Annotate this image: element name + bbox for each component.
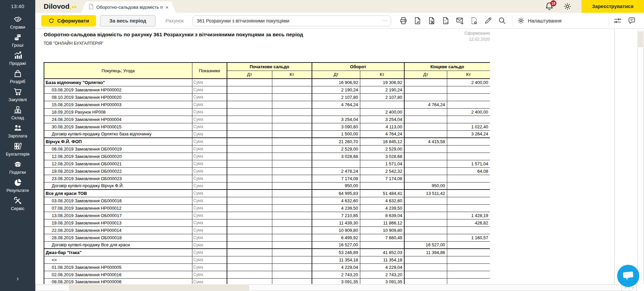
table-row[interactable]: 12.08.2019 Замовлення ОБ000020Сума3 028,… <box>44 153 490 160</box>
horizontal-scrollbar-thumb[interactable] <box>69 285 249 290</box>
table-row[interactable]: 30.08.2019 Замовлення НР000015Сума3 090,… <box>44 123 490 130</box>
table-row[interactable]: 08.10.2019 Замовлення НР000020Сума2 107,… <box>44 93 490 101</box>
table-row[interactable]: 03.08.2019 Замовлення ОБ000016Сума4 632,… <box>44 197 490 204</box>
table-row[interactable]: 18.09.2019 Рахунок НР008Сума2 400,002 40… <box>44 108 490 116</box>
cart-icon <box>13 87 22 96</box>
table-row[interactable]: 15.08.2019 Замовлення НР000003Сума4 764,… <box>44 101 490 108</box>
table-row[interactable]: 24.08.2019 Замовлення НР000004Сума3 254,… <box>44 116 490 123</box>
period-button[interactable]: За весь період <box>100 15 155 27</box>
col-header-dt: Дт <box>404 71 447 79</box>
sidebar-item-zarplata[interactable]: Зарплата <box>0 124 35 138</box>
sidebar-item-rozdrib[interactable]: Роздріб <box>0 69 35 84</box>
sidebar-item-spravy[interactable]: Справи <box>0 15 35 30</box>
row-measure: Сума <box>192 123 227 130</box>
clock: 13:40 <box>0 0 35 9</box>
table-row[interactable]: 12.08.2019 Замовлення ОБ000021Сума1 571,… <box>44 160 490 167</box>
table-row[interactable]: 23.08.2019 Замовлення ОБ000023Сума7 174,… <box>44 175 490 182</box>
row-value <box>447 182 490 190</box>
row-entity: 28.08.2019 Замовлення ОБ000018 <box>44 234 192 241</box>
search-icon[interactable] <box>498 16 506 25</box>
tab-turnover-statement[interactable]: Оборотно-сальдова відомість п × <box>81 1 176 13</box>
row-value <box>227 123 272 130</box>
table-row[interactable]: 07.08.2019 Замовлення НР000012Сума4 239,… <box>44 204 490 212</box>
table-row[interactable]: Договір купівлі-продажу Орлятко база від… <box>44 130 490 138</box>
table-row[interactable]: <>Сума11 354,1811 354,18 <box>44 256 490 263</box>
row-entity: 12.08.2019 Замовлення ОБ000021 <box>44 160 192 167</box>
table-row[interactable]: 01.08.2019 Замовлення НР000005Сума4 229,… <box>44 263 490 271</box>
sidebar-item-hroshi[interactable]: Гроші <box>0 33 35 48</box>
table-row[interactable]: Договір купівлі-продажу Вірчук Ф.Й.Сума9… <box>44 182 490 190</box>
table-row[interactable]: 06.08.2019 Замовлення ОБ000019Сума2 529,… <box>44 145 490 153</box>
row-entity: База відпочинку "Орлятко" <box>44 79 192 86</box>
sidebar-item-prodazhi[interactable]: Продажі <box>0 51 35 66</box>
sidebar-item-label: Справи <box>10 25 25 30</box>
row-value <box>272 130 312 138</box>
table-row[interactable]: 28.08.2019 Замовлення ОБ000018Сума6 499,… <box>44 234 490 241</box>
table-row[interactable]: База відпочинку "Орлятко"Сума16 906,9219… <box>44 79 490 86</box>
register-button[interactable]: Зареєструватися <box>582 0 644 13</box>
live-chat-button[interactable] <box>617 265 639 287</box>
row-value: 10 909,80 <box>312 226 360 234</box>
vertical-scrollbar-thumb[interactable] <box>638 32 643 47</box>
row-value <box>227 234 272 241</box>
sidebar-item-rezultaty[interactable]: Результати <box>0 178 35 193</box>
notifications-badge: 19 <box>550 0 556 6</box>
export-csv-icon[interactable]: csv <box>442 16 450 25</box>
row-value: 4 239,50 <box>360 204 404 212</box>
table-row[interactable]: 13.08.2019 Замовлення ОБ000017Сума7 210,… <box>44 212 490 219</box>
print-icon[interactable] <box>399 16 408 25</box>
settings-label: Налаштування <box>528 18 561 24</box>
table-row[interactable]: Договір купівлі-продажу Все для красиСум… <box>44 241 490 249</box>
row-value: 4 415,58 <box>404 138 447 145</box>
row-value <box>447 271 490 278</box>
tab-title: Оборотно-сальдова відомість п <box>96 5 163 10</box>
tab-close-icon[interactable]: × <box>166 4 169 10</box>
export-pdf-icon[interactable] <box>413 16 422 25</box>
table-row[interactable]: 19.08.2019 Замовлення ОБ000022Сума2 478,… <box>44 167 490 175</box>
table-row[interactable]: 22.08.2019 Замовлення НР000014Сума10 909… <box>44 226 490 234</box>
row-value <box>447 204 490 212</box>
account-settings-gear-icon[interactable] <box>563 2 572 11</box>
row-value <box>404 175 447 182</box>
row-entity: 15.08.2019 Замовлення НР000003 <box>44 101 192 108</box>
sidebar-item-podatky[interactable]: Податки <box>0 160 35 175</box>
tune-sliders-icon[interactable] <box>613 16 622 25</box>
account-picker-ellipsis[interactable]: ... <box>383 16 388 22</box>
table-row[interactable]: 02.08.2019 Замовлення НР000016Сума2 743,… <box>44 271 490 278</box>
sidebar-item-sklad[interactable]: Склад <box>0 106 35 120</box>
col-header-kt: Кт <box>272 71 312 79</box>
notifications-bell-icon[interactable]: 19 <box>545 2 554 11</box>
row-measure: Сума <box>192 145 227 153</box>
sidebar-item-servis[interactable]: Сервіс <box>0 196 35 211</box>
table-row[interactable]: 08.08.2019 Замовлення НР000006Сума3 091,… <box>44 278 490 284</box>
sidebar-item-bukhhalteriia[interactable]: Бухгалтерія <box>0 142 35 157</box>
row-value <box>227 153 272 160</box>
report-area: Оборотно-сальдова відомість по рахунку 3… <box>35 29 644 291</box>
vertical-scrollbar[interactable] <box>637 31 644 284</box>
report-settings-icon[interactable] <box>470 16 478 25</box>
table-body: База відпочинку "Орлятко"Сума16 906,9219… <box>44 79 490 284</box>
col-header-turnover: Оборот <box>312 63 404 71</box>
account-input[interactable] <box>192 15 391 26</box>
table-row[interactable]: 19.08.2019 Замовлення НР000013Сума11 439… <box>44 219 490 226</box>
sidebar-expand-chevron-icon[interactable]: › <box>0 275 35 282</box>
report-settings-button[interactable]: Налаштування <box>517 16 561 25</box>
table-row[interactable]: Джаз-бар "Ітака"Сума53 246,8941 852,0311… <box>44 249 490 256</box>
send-email-icon[interactable] <box>456 16 464 25</box>
row-value <box>272 263 312 271</box>
table-row[interactable]: Вірчук Ф.Й. ФОПСума21 260,7016 845,124 4… <box>44 138 490 145</box>
row-value: 2 542,32 <box>360 167 404 175</box>
sidebar-item-zakupivli[interactable]: Закупівлі <box>0 87 35 102</box>
edit-pencil-icon[interactable] <box>484 16 492 25</box>
table-row[interactable]: Все для краси ТОВСума64 995,8351 484,411… <box>44 190 490 197</box>
table-row[interactable]: 03.08.2019 Замовлення НР000002Сума2 190,… <box>44 86 490 93</box>
comments-icon[interactable] <box>628 16 636 25</box>
horizontal-scrollbar[interactable] <box>35 284 622 291</box>
row-value <box>272 160 312 167</box>
coins-icon <box>13 33 22 42</box>
generate-button[interactable]: Сформувати <box>41 15 96 27</box>
row-value <box>227 93 272 101</box>
row-value <box>404 256 447 263</box>
export-excel-icon[interactable] <box>427 16 436 25</box>
dilovod-logo[interactable]: Dilovod,●● <box>44 2 77 10</box>
